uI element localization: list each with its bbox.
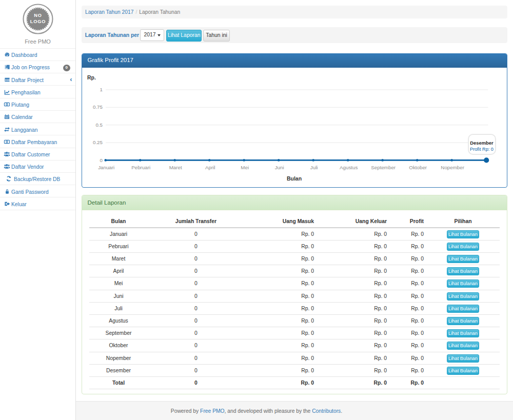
svg-text:LOGO: LOGO [30,19,45,24]
svg-text:Pebruari: Pebruari [131,165,150,170]
svg-text:Rp.: Rp. [87,75,96,81]
svg-text:Oktober: Oktober [409,165,427,170]
svg-text:Juni: Juni [274,165,284,170]
svg-text:Agustus: Agustus [340,165,358,170]
svg-text:1: 1 [100,87,102,92]
svg-text:September: September [371,165,396,170]
svg-text:Nopember: Nopember [441,165,464,170]
svg-text:April: April [205,165,215,170]
svg-text:Januari: Januari [98,165,114,170]
svg-text:0.5: 0.5 [95,122,103,127]
svg-text:Mei: Mei [241,165,249,170]
svg-text:0.25: 0.25 [92,139,103,145]
svg-text:Juli: Juli [310,165,318,170]
svg-text:0.75: 0.75 [92,104,103,110]
svg-text:Maret: Maret [169,165,182,170]
svg-text:Bulan: Bulan [286,176,301,182]
svg-text:0: 0 [100,157,103,163]
svg-text:NO: NO [34,13,42,18]
